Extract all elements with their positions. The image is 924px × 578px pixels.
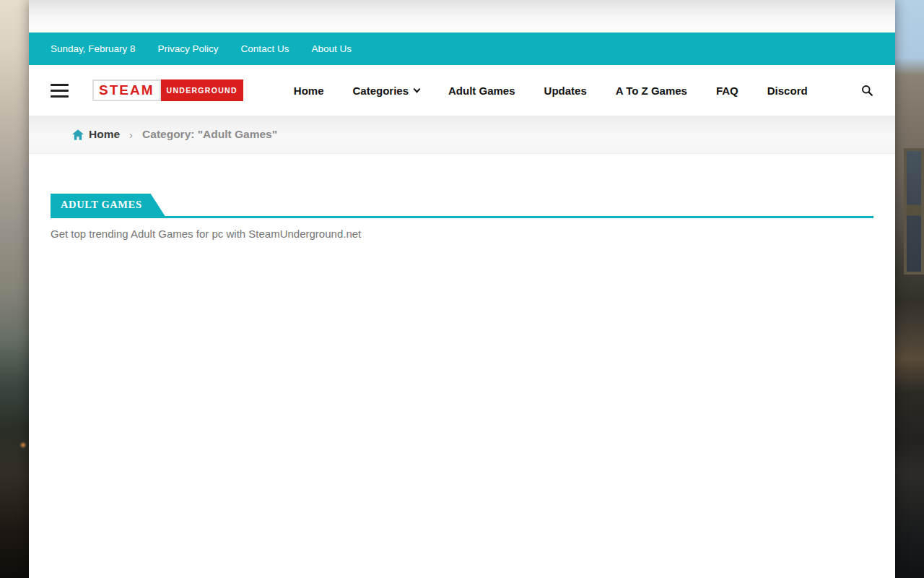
topbar-link-privacy-policy[interactable]: Privacy Policy [158,43,219,54]
background-art-left [0,0,29,578]
nav-item-updates[interactable]: Updates [544,85,587,97]
search-icon [861,85,873,97]
search-button[interactable] [861,85,873,97]
breadcrumb: Home › Category: "Adult Games" [29,116,895,154]
logo-text-underground: UNDERGROUND [161,79,243,101]
breadcrumb-current-page: Category: "Adult Games" [142,128,277,141]
nav-item-adult-games[interactable]: Adult Games [448,85,515,97]
background-window-shape [904,148,924,275]
section-title-badge: ADULT GAMES [51,194,165,216]
home-icon [72,129,84,140]
topbar-link-contact-us[interactable]: Contact Us [241,43,289,54]
breadcrumb-home-link[interactable]: Home [72,128,120,141]
breadcrumb-separator: › [129,129,133,141]
section-description: Get top trending Adult Games for pc with… [51,228,873,240]
topbar: Sunday, February 8 Privacy Policy Contac… [29,33,895,65]
topbar-date: Sunday, February 8 [51,43,136,54]
chevron-down-icon [414,85,421,92]
nav-item-faq[interactable]: FAQ [716,85,738,97]
nav-item-home[interactable]: Home [294,85,324,97]
logo-text-steam: STEAM [92,79,161,101]
main-content: ADULT GAMES Get top trending Adult Games… [29,154,895,578]
topbar-link-about-us[interactable]: About Us [311,43,352,54]
nav-item-a-to-z-games[interactable]: A To Z Games [616,85,687,97]
hamburger-menu-icon[interactable] [51,84,69,98]
site-logo[interactable]: STEAM UNDERGROUND [92,79,243,101]
page-top-strip [29,0,895,33]
nav-item-discord[interactable]: Discord [767,85,808,97]
section-header-rule: ADULT GAMES [51,194,873,218]
breadcrumb-home-label: Home [89,128,120,141]
background-art-right [895,0,924,578]
main-navbar: STEAM UNDERGROUND Home Categories Adult … [29,65,895,116]
page-wrapper: Sunday, February 8 Privacy Policy Contac… [29,0,895,578]
main-nav: Home Categories Adult Games Updates A To… [294,85,808,97]
nav-item-categories[interactable]: Categories [353,85,420,97]
